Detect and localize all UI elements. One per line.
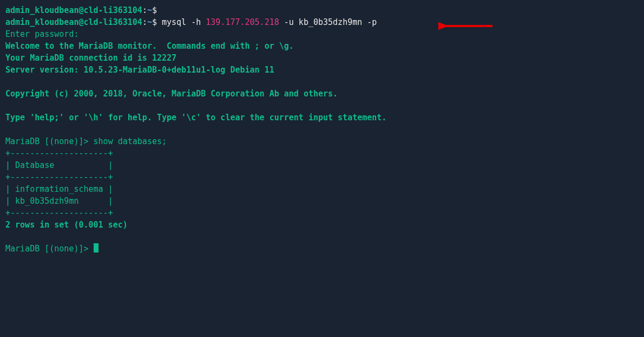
table-row-2: | kb_0b35dzh9mn | — [5, 195, 639, 207]
welcome-line-1: Welcome to the MariaDB monitor. Commands… — [5, 40, 639, 52]
space — [201, 17, 206, 27]
table-border-top: +--------------------+ — [5, 147, 639, 159]
welcome-line-2: Your MariaDB connection id is 12227 — [5, 52, 639, 64]
user-arg: kb_0b35dzh9mn — [294, 17, 367, 27]
flag-p: -p — [367, 17, 377, 27]
prompt-at: @ — [78, 5, 83, 15]
prompt-host: cld-li363104 — [84, 5, 142, 15]
mariadb-prompt-cursor[interactable]: MariaDB [(none)]> — [5, 243, 639, 255]
mariadb-prompt: MariaDB [(none)]> — [5, 137, 94, 146]
table-row-1: | information_schema | — [5, 183, 639, 195]
prompt-dollar: $ — [152, 5, 157, 15]
flag-h: -h — [191, 17, 201, 27]
copyright-line: Copyright (c) 2000, 2018, Oracle, MariaD… — [5, 88, 639, 100]
blank-line — [5, 124, 639, 135]
help-line: Type 'help;' or '\h' for help. Type '\c'… — [5, 112, 639, 124]
mariadb-prompt: MariaDB [(none)]> — [5, 244, 94, 254]
prompt-path: ~ — [147, 5, 152, 15]
blank-line — [5, 231, 639, 243]
rows-summary: 2 rows in set (0.001 sec) — [5, 219, 639, 231]
cursor-block — [94, 243, 98, 252]
space — [279, 17, 284, 27]
cmd-mysql: mysql — [157, 17, 191, 27]
blank-line — [5, 100, 639, 112]
blank-line — [5, 76, 639, 88]
prompt-host: cld-li363104 — [84, 17, 142, 27]
terminal-line-prompt1[interactable]: admin_kloudbean@cld-li363104:~$ — [5, 4, 639, 16]
show-databases-cmd: show databases; — [94, 137, 167, 146]
ip-address: 139.177.205.218 — [206, 17, 279, 27]
terminal-line-command[interactable]: admin_kloudbean@cld-li363104:~$ mysql -h… — [5, 16, 639, 28]
prompt-user: admin_kloudbean — [5, 17, 78, 27]
enter-password-line: Enter password: — [5, 28, 639, 40]
mariadb-show-databases[interactable]: MariaDB [(none)]> show databases; — [5, 135, 639, 147]
welcome-line-3: Server version: 10.5.23-MariaDB-0+deb11u… — [5, 64, 639, 76]
flag-u: -u — [284, 17, 294, 27]
prompt-at: @ — [78, 17, 83, 27]
prompt-colon: : — [142, 17, 147, 27]
table-border-bottom: +--------------------+ — [5, 207, 639, 219]
table-header: | Database | — [5, 159, 639, 171]
table-border-mid: +--------------------+ — [5, 171, 639, 183]
prompt-path: ~ — [147, 17, 152, 27]
annotation-arrow-icon — [438, 21, 498, 31]
prompt-dollar: $ — [152, 17, 157, 27]
prompt-colon: : — [142, 5, 147, 15]
prompt-user: admin_kloudbean — [5, 5, 78, 15]
